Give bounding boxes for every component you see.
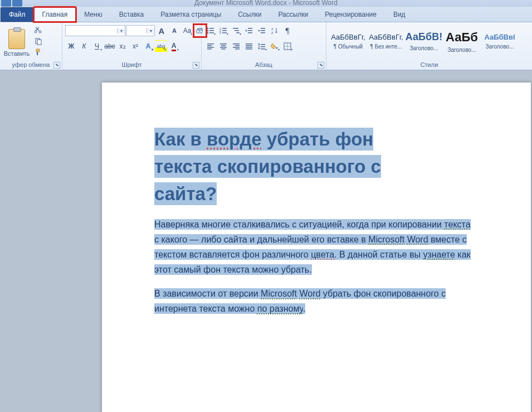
align-left-icon	[206, 42, 215, 51]
svg-rect-39	[233, 47, 240, 48]
page-content: Как в ворде убрать фон текста скопирован…	[154, 126, 496, 317]
brush-icon	[34, 48, 43, 57]
shrink-font-button[interactable]: A	[168, 25, 180, 37]
svg-rect-33	[220, 43, 227, 45]
svg-rect-3	[37, 40, 41, 45]
svg-rect-46	[261, 46, 265, 47]
cut-button[interactable]	[33, 25, 43, 35]
title-bar: Документ Microsoft Word.docx - Microsoft…	[0, 0, 532, 7]
tab-review[interactable]: Рецензирование	[316, 7, 385, 22]
document-page[interactable]: Как в ворде убрать фон текста скопирован…	[102, 83, 531, 412]
bullets-button[interactable]: ▾	[204, 25, 217, 37]
tab-file[interactable]: Файл	[1, 7, 34, 22]
style-label: ¶ Обычный	[330, 43, 366, 50]
group-font: ▾ ▾ A A Aa▾ A Ж К Ч▾ abc x₂ x² A▾ abg▾ A…	[62, 22, 202, 70]
bold-button[interactable]: Ж	[65, 40, 77, 52]
svg-rect-45	[261, 44, 265, 45]
font-size-combo[interactable]: ▾	[126, 25, 155, 36]
svg-rect-47	[261, 49, 265, 50]
numbering-button[interactable]: 123▾	[217, 25, 230, 37]
style-item-4[interactable]: АаБбВвІЗаголово...	[481, 25, 519, 57]
svg-rect-18	[233, 28, 238, 29]
paragraph-launcher[interactable]: ⬊	[318, 62, 324, 69]
qat-undo-icon[interactable]	[12, 0, 22, 7]
justify-icon	[245, 42, 253, 51]
underline-button[interactable]: Ч▾	[91, 40, 103, 52]
svg-text:A: A	[271, 27, 274, 31]
tab-insert[interactable]: Вставка	[111, 7, 153, 22]
grow-font-button[interactable]: A	[155, 25, 168, 37]
window-title: Документ Microsoft Word.docx - Microsoft…	[194, 0, 338, 7]
svg-rect-21	[248, 28, 252, 29]
style-label: Заголово...	[482, 43, 518, 50]
document-paragraph-1[interactable]: Наверняка многие сталкивались с ситуацие…	[154, 217, 496, 278]
group-title-clipboard: уфер обмена	[0, 60, 62, 70]
multilevel-list-button[interactable]: ▾	[230, 25, 242, 37]
increase-indent-button[interactable]	[256, 25, 268, 37]
svg-text:Z: Z	[271, 31, 274, 35]
align-left-button[interactable]	[204, 40, 217, 52]
document-area[interactable]: Как в ворде убрать фон текста скопирован…	[0, 70, 532, 412]
svg-rect-13	[222, 28, 227, 29]
tab-references[interactable]: Ссылки	[230, 7, 270, 22]
tab-home[interactable]: Главная	[34, 7, 76, 22]
copy-icon	[34, 37, 43, 46]
change-case-button[interactable]: Aa▾	[181, 25, 193, 37]
format-painter-button[interactable]	[33, 47, 43, 57]
svg-rect-37	[233, 43, 240, 45]
copy-button[interactable]	[33, 36, 43, 46]
svg-rect-32	[207, 49, 212, 50]
svg-rect-9	[209, 30, 214, 31]
line-spacing-button[interactable]: ▾	[256, 40, 268, 52]
svg-rect-29	[207, 43, 214, 45]
tab-mailings[interactable]: Рассылки	[270, 7, 316, 22]
group-clipboard: Вставить уфер обмена ⬊	[0, 22, 62, 70]
svg-point-0	[35, 31, 37, 33]
font-launcher[interactable]: ⬊	[193, 62, 199, 69]
font-color-button[interactable]: A▾	[168, 40, 180, 52]
style-item-1[interactable]: АаБбВвГг,¶ Без инте...	[367, 25, 405, 57]
style-preview: АаБб	[446, 30, 478, 45]
shading-button[interactable]: ▾	[269, 40, 281, 52]
style-item-3[interactable]: АаБбЗаголово...	[443, 25, 481, 57]
svg-rect-19	[235, 30, 239, 31]
tab-menu[interactable]: Меню	[76, 7, 110, 22]
group-paragraph: ▾ 123▾ ▾ AZ ¶ ▾ ▾ ▾ Абзац ⬊	[202, 22, 326, 70]
strikethrough-button[interactable]: abc	[104, 40, 116, 52]
clipboard-launcher[interactable]: ⬊	[53, 62, 60, 69]
svg-point-10	[207, 32, 209, 34]
paste-button[interactable]: Вставить	[3, 24, 31, 59]
align-center-icon	[219, 42, 228, 51]
group-styles: АаБбВвГг,¶ ОбычныйАаБбВвГг,¶ Без инте...…	[326, 22, 532, 70]
svg-rect-23	[248, 32, 252, 33]
sort-button[interactable]: AZ	[269, 25, 281, 37]
svg-rect-35	[220, 47, 227, 48]
style-item-0[interactable]: АаБбВвГг,¶ Обычный	[329, 25, 367, 57]
outdent-icon	[245, 26, 253, 35]
font-name-combo[interactable]: ▾	[65, 25, 125, 36]
decrease-indent-button[interactable]	[243, 25, 255, 37]
group-title-styles: Стили	[326, 60, 532, 70]
svg-rect-42	[246, 45, 252, 46]
tab-view[interactable]: Вид	[385, 7, 414, 22]
borders-button[interactable]: ▾	[281, 40, 294, 52]
style-item-2[interactable]: АаБбВ!Заголово...	[405, 25, 443, 57]
scissors-icon	[34, 26, 43, 35]
qat-save-icon[interactable]	[1, 0, 11, 7]
superscript-button[interactable]: x²	[129, 40, 141, 52]
sort-icon: AZ	[270, 26, 279, 35]
subscript-button[interactable]: x₂	[116, 40, 129, 52]
svg-rect-15	[222, 30, 227, 31]
highlight-color-button[interactable]: abg▾	[155, 40, 167, 52]
align-right-button[interactable]	[230, 40, 242, 52]
italic-button[interactable]: К	[78, 40, 90, 52]
text-effects-button[interactable]: A▾	[142, 40, 154, 52]
svg-rect-26	[261, 32, 265, 33]
tab-page-layout[interactable]: Разметка страницы	[152, 7, 230, 22]
justify-button[interactable]	[243, 40, 255, 52]
document-paragraph-2[interactable]: В зависимости от версии Microsoft Word у…	[154, 286, 496, 316]
svg-rect-7	[209, 28, 214, 29]
align-center-button[interactable]	[217, 40, 230, 52]
show-marks-button[interactable]: ¶	[281, 25, 294, 37]
document-heading[interactable]: Как в ворде убрать фон текста скопирован…	[154, 126, 496, 208]
